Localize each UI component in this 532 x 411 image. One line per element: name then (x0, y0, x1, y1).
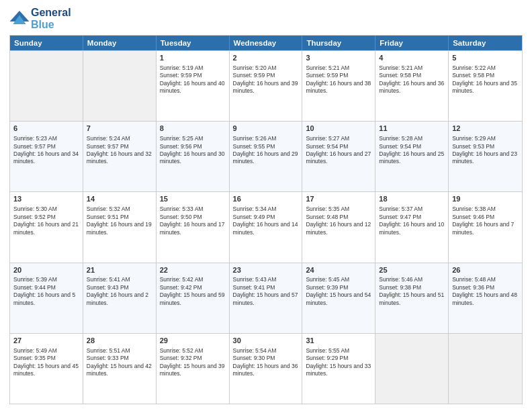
day-7: 7Sunrise: 5:24 AMSunset: 9:57 PMDaylight… (83, 122, 157, 191)
day-4: 4Sunrise: 5:21 AMSunset: 9:58 PMDaylight… (375, 51, 449, 121)
daylight-label: Daylight: 16 hours and 2 minutes. (87, 291, 148, 306)
sunrise-label: Sunrise: 5:51 AM (87, 347, 130, 354)
sunrise-label: Sunrise: 5:29 AM (452, 135, 496, 142)
sunset-label: Sunset: 9:57 PM (13, 143, 56, 150)
day-5: 5Sunrise: 5:22 AMSunset: 9:58 PMDaylight… (449, 51, 522, 121)
sunrise-label: Sunrise: 5:34 AM (233, 205, 277, 212)
daylight-label: Daylight: 15 hours and 36 minutes. (233, 363, 298, 377)
day-15: 15Sunrise: 5:33 AMSunset: 9:50 PMDayligh… (157, 192, 230, 262)
sunset-label: Sunset: 9:32 PM (160, 355, 202, 361)
day-2: 2Sunrise: 5:20 AMSunset: 9:59 PMDaylight… (230, 51, 303, 121)
daylight-label: Daylight: 15 hours and 59 minutes. (160, 291, 225, 306)
day-11: 11Sunrise: 5:28 AMSunset: 9:54 PMDayligh… (375, 122, 449, 191)
page: General Blue SundayMondayTuesdayWednesda… (0, 0, 532, 411)
day-14: 14Sunrise: 5:32 AMSunset: 9:51 PMDayligh… (83, 192, 157, 262)
day-number: 15 (160, 194, 226, 204)
sunset-label: Sunset: 9:33 PM (87, 355, 129, 361)
day-number: 23 (233, 265, 299, 275)
daylight-label: Daylight: 16 hours and 38 minutes. (306, 80, 371, 94)
daylight-label: Daylight: 16 hours and 5 minutes. (13, 291, 75, 306)
daylight-label: Daylight: 16 hours and 17 minutes. (160, 221, 225, 235)
sunrise-label: Sunrise: 5:52 AM (160, 347, 204, 354)
sunrise-label: Sunrise: 5:41 AM (87, 276, 130, 283)
day-number: 28 (87, 336, 152, 346)
daylight-label: Daylight: 15 hours and 45 minutes. (13, 363, 79, 377)
empty-cell (83, 51, 157, 121)
sunrise-label: Sunrise: 5:37 AM (379, 205, 423, 212)
header-day-sunday: Sunday (10, 36, 83, 50)
sunset-label: Sunset: 9:41 PM (233, 284, 275, 291)
sunrise-label: Sunrise: 5:32 AM (87, 205, 130, 212)
sunrise-label: Sunrise: 5:25 AM (160, 135, 204, 142)
day-26: 26Sunrise: 5:48 AMSunset: 9:36 PMDayligh… (449, 263, 522, 333)
day-number: 7 (87, 124, 152, 134)
sunset-label: Sunset: 9:29 PM (306, 355, 348, 361)
sunrise-label: Sunrise: 5:49 AM (13, 347, 57, 354)
sunrise-label: Sunrise: 5:48 AM (452, 276, 496, 283)
header: General Blue (9, 7, 523, 31)
sunrise-label: Sunrise: 5:28 AM (379, 135, 423, 142)
daylight-label: Daylight: 16 hours and 32 minutes. (87, 150, 152, 165)
empty-cell (375, 334, 449, 404)
day-21: 21Sunrise: 5:41 AMSunset: 9:43 PMDayligh… (83, 263, 157, 333)
empty-cell (10, 51, 83, 121)
week-row-5: 27Sunrise: 5:49 AMSunset: 9:35 PMDayligh… (10, 333, 522, 404)
daylight-label: Daylight: 16 hours and 19 minutes. (87, 221, 152, 235)
header-day-saturday: Saturday (449, 36, 522, 50)
week-row-3: 13Sunrise: 5:30 AMSunset: 9:52 PMDayligh… (10, 191, 522, 262)
day-number: 26 (452, 265, 519, 275)
sunset-label: Sunset: 9:39 PM (306, 284, 348, 291)
day-30: 30Sunrise: 5:54 AMSunset: 9:30 PMDayligh… (230, 334, 303, 404)
day-number: 24 (306, 265, 371, 275)
day-number: 16 (233, 194, 299, 204)
sunset-label: Sunset: 9:44 PM (13, 284, 56, 291)
calendar-header: SundayMondayTuesdayWednesdayThursdayFrid… (10, 36, 522, 50)
sunset-label: Sunset: 9:59 PM (233, 72, 275, 79)
sunrise-label: Sunrise: 5:21 AM (379, 64, 423, 71)
sunrise-label: Sunrise: 5:22 AM (452, 64, 496, 71)
logo-icon (9, 11, 30, 27)
sunset-label: Sunset: 9:57 PM (87, 143, 129, 150)
daylight-label: Daylight: 16 hours and 39 minutes. (233, 80, 298, 94)
daylight-label: Daylight: 15 hours and 48 minutes. (452, 291, 517, 306)
sunrise-label: Sunrise: 5:23 AM (13, 135, 57, 142)
daylight-label: Daylight: 15 hours and 51 minutes. (379, 291, 444, 306)
daylight-label: Daylight: 16 hours and 10 minutes. (379, 221, 444, 235)
day-28: 28Sunrise: 5:51 AMSunset: 9:33 PMDayligh… (83, 334, 157, 404)
sunset-label: Sunset: 9:30 PM (233, 355, 275, 361)
daylight-label: Daylight: 16 hours and 40 minutes. (160, 80, 225, 94)
day-number: 3 (306, 53, 371, 63)
day-18: 18Sunrise: 5:37 AMSunset: 9:47 PMDayligh… (375, 192, 449, 262)
week-row-4: 20Sunrise: 5:39 AMSunset: 9:44 PMDayligh… (10, 263, 522, 333)
week-row-1: 1Sunrise: 5:19 AMSunset: 9:59 PMDaylight… (10, 50, 522, 121)
sunrise-label: Sunrise: 5:21 AM (306, 64, 349, 71)
sunset-label: Sunset: 9:52 PM (13, 214, 56, 220)
day-23: 23Sunrise: 5:43 AMSunset: 9:41 PMDayligh… (230, 263, 303, 333)
header-day-wednesday: Wednesday (230, 36, 303, 50)
day-10: 10Sunrise: 5:27 AMSunset: 9:54 PMDayligh… (302, 122, 375, 191)
sunset-label: Sunset: 9:54 PM (306, 143, 348, 150)
daylight-label: Daylight: 16 hours and 36 minutes. (379, 80, 444, 94)
daylight-label: Daylight: 15 hours and 54 minutes. (306, 291, 371, 306)
sunset-label: Sunset: 9:53 PM (452, 143, 494, 150)
calendar-body: 1Sunrise: 5:19 AMSunset: 9:59 PMDaylight… (10, 50, 522, 404)
sunrise-label: Sunrise: 5:46 AM (379, 276, 423, 283)
sunset-label: Sunset: 9:58 PM (379, 72, 421, 79)
day-25: 25Sunrise: 5:46 AMSunset: 9:38 PMDayligh… (375, 263, 449, 333)
day-number: 30 (233, 336, 299, 346)
sunrise-label: Sunrise: 5:45 AM (306, 276, 349, 283)
day-24: 24Sunrise: 5:45 AMSunset: 9:39 PMDayligh… (302, 263, 375, 333)
daylight-label: Daylight: 16 hours and 21 minutes. (13, 221, 79, 235)
day-number: 31 (306, 336, 371, 346)
sunset-label: Sunset: 9:47 PM (379, 214, 421, 220)
day-number: 9 (233, 124, 299, 134)
logo: General Blue (9, 7, 71, 31)
day-1: 1Sunrise: 5:19 AMSunset: 9:59 PMDaylight… (157, 51, 230, 121)
sunset-label: Sunset: 9:38 PM (379, 284, 421, 291)
sunset-label: Sunset: 9:54 PM (379, 143, 421, 150)
sunrise-label: Sunrise: 5:30 AM (13, 205, 57, 212)
day-number: 27 (13, 336, 79, 346)
daylight-label: Daylight: 16 hours and 35 minutes. (452, 80, 517, 94)
sunset-label: Sunset: 9:49 PM (233, 214, 275, 220)
day-17: 17Sunrise: 5:35 AMSunset: 9:48 PMDayligh… (302, 192, 375, 262)
